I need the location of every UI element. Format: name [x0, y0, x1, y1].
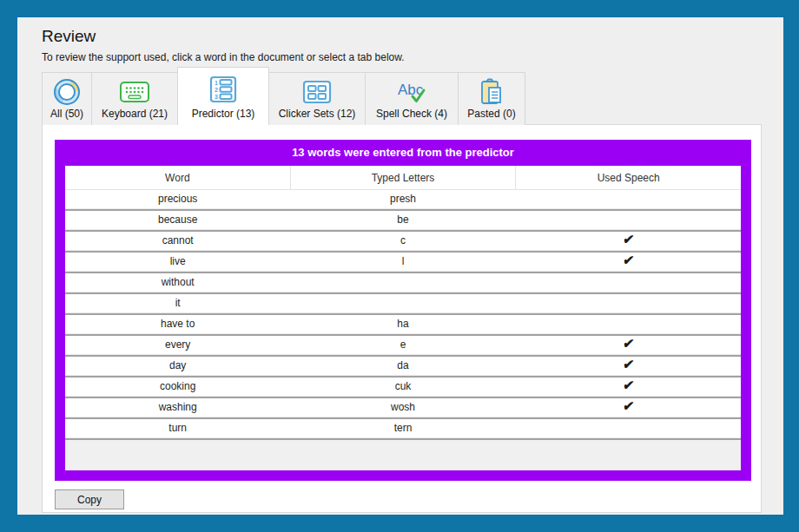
used-speech-cell [516, 273, 741, 291]
table-row: becausebe [65, 211, 741, 228]
table-row: dayda✔ [65, 357, 741, 374]
tab-strip: All (50) Keyboard (21) 1 [42, 68, 525, 125]
word-cell: precious [65, 190, 290, 207]
used-speech-cell [516, 211, 741, 228]
table-row: everye✔ [65, 336, 741, 353]
tab-all[interactable]: All (50) [42, 72, 92, 125]
keyboard-icon [119, 77, 150, 107]
svg-text:1: 1 [215, 80, 218, 86]
table-row: cookingcuk✔ [65, 378, 741, 395]
table-banner: 13 words were entered from the predictor [65, 140, 741, 166]
numbered-list-icon: 1 2 3 [209, 75, 237, 104]
typed-letters-cell: da [290, 357, 515, 374]
typed-letters-cell: presh [290, 190, 515, 207]
spellcheck-icon: Abc [395, 77, 428, 107]
tab-spell-check[interactable]: Abc Spell Check (4) [365, 72, 459, 125]
table-row: washingwosh✔ [65, 398, 741, 416]
grid-icon [301, 77, 333, 107]
tab-label: Clicker Sets (12) [279, 108, 356, 120]
word-cell: without [65, 273, 290, 291]
typed-letters-cell: wosh [290, 398, 515, 416]
tab-label: All (50) [50, 108, 83, 120]
typed-letters-cell: c [290, 232, 515, 249]
tab-pasted[interactable]: Pasted (0) [458, 72, 525, 125]
tab-predictor[interactable]: 1 2 3 Predictor (13) [177, 67, 269, 125]
word-cell: because [65, 211, 290, 228]
typed-letters-cell: cuk [290, 378, 515, 395]
column-header-used-speech: Used Speech [515, 166, 741, 189]
typed-letters-cell [290, 273, 515, 291]
used-speech-cell [516, 315, 741, 332]
check-icon: ✔ [514, 232, 741, 249]
typed-letters-cell: e [290, 336, 515, 353]
page-title: Review [42, 27, 96, 46]
check-icon: ✔ [514, 398, 741, 416]
table-row: it [65, 294, 741, 312]
typed-letters-cell: be [290, 211, 515, 228]
table-header-row: Word Typed Letters Used Speech [65, 166, 741, 190]
tab-content-panel: 13 words were entered from the predictor… [42, 124, 762, 513]
tab-label: Predictor (13) [192, 108, 255, 120]
table-row: cannotc✔ [65, 232, 741, 249]
used-speech-cell [516, 419, 741, 437]
word-cell: have to [65, 315, 290, 332]
clipboard-icon [479, 77, 504, 107]
word-cell: washing [65, 398, 290, 416]
typed-letters-cell [290, 294, 515, 312]
tab-label: Pasted (0) [467, 108, 515, 120]
tab-label: Spell Check (4) [376, 108, 447, 120]
check-icon: ✔ [514, 336, 741, 353]
pie-chart-icon [54, 77, 80, 107]
copy-button[interactable]: Copy [55, 489, 124, 509]
table-row: without [65, 273, 741, 291]
svg-text:2: 2 [215, 87, 218, 93]
page-subtitle: To review the support used, click a word… [42, 51, 405, 63]
used-speech-cell [516, 190, 741, 207]
word-cell: it [65, 294, 290, 312]
table-rows: preciouspreshbecausebecannotc✔livel✔with… [65, 190, 741, 440]
word-cell: cooking [65, 378, 290, 395]
table-empty-area [65, 440, 741, 470]
column-header-typed-letters: Typed Letters [290, 166, 516, 189]
tab-keyboard[interactable]: Keyboard (21) [91, 72, 178, 125]
table-inner: Word Typed Letters Used Speech preciousp… [65, 166, 741, 470]
check-icon: ✔ [514, 357, 741, 374]
column-header-word: Word [65, 166, 290, 189]
word-cell: turn [65, 419, 290, 437]
table-row: livel✔ [65, 253, 741, 270]
tab-clicker-sets[interactable]: Clicker Sets (12) [268, 72, 366, 125]
used-speech-cell [516, 294, 741, 312]
svg-text:3: 3 [215, 94, 218, 100]
check-icon: ✔ [514, 253, 741, 270]
typed-letters-cell: l [290, 253, 515, 270]
check-icon: ✔ [514, 378, 741, 395]
word-cell: day [65, 357, 290, 374]
prediction-table: 13 words were entered from the predictor… [55, 140, 751, 481]
typed-letters-cell: tern [290, 419, 515, 437]
word-cell: every [65, 336, 290, 353]
review-dialog: Review To review the support used, click… [17, 17, 783, 515]
word-cell: cannot [65, 232, 290, 249]
table-row: turntern [65, 419, 741, 437]
typed-letters-cell: ha [290, 315, 515, 332]
table-row: have toha [65, 315, 741, 332]
tab-label: Keyboard (21) [102, 108, 168, 120]
word-cell: live [65, 253, 290, 270]
table-row: preciouspresh [65, 190, 741, 207]
